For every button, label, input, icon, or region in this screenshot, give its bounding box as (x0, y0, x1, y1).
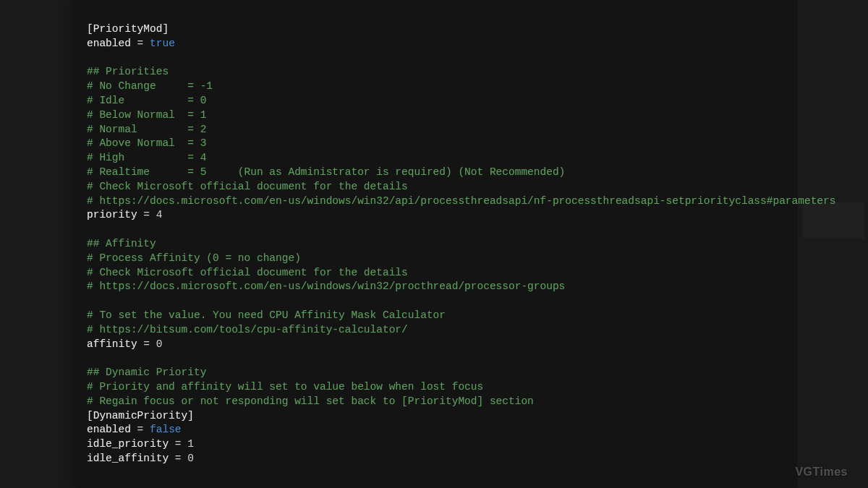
app-frame: [PriorityMod]enabled = true ## Prioritie… (0, 0, 868, 488)
code-line: idle_priority = 1 (87, 437, 788, 452)
code-line: # Regain focus or not responding will se… (87, 395, 788, 409)
comment-text: # Priority and affinity will set to valu… (87, 381, 483, 393)
minimap-region (803, 202, 864, 239)
code-line: [DynamicPriority] (87, 409, 788, 424)
comment-text: # Regain focus or not responding will se… (87, 395, 534, 407)
comment-text: # Process Affinity (0 = no change) (87, 252, 301, 264)
config-value: 4 (156, 209, 163, 221)
config-value: 0 (187, 453, 194, 464)
equals-sign: = (169, 438, 187, 450)
config-key: idle_affinity (87, 453, 169, 464)
code-line: # Check Microsoft official document for … (87, 180, 788, 194)
comment-text: ## Priorities (87, 66, 169, 77)
code-line (87, 223, 788, 237)
code-line: # Realtime = 5 (Run as Administrator is … (87, 166, 788, 180)
code-line: # Below Normal = 1 (87, 108, 788, 123)
code-viewport: [PriorityMod]enabled = true ## Prioritie… (87, 22, 788, 466)
code-line: [PriorityMod] (87, 22, 788, 37)
code-line: # https://bitsum.com/tools/cpu-affinity-… (87, 323, 788, 338)
code-line: # https://docs.microsoft.com/en-us/windo… (87, 194, 788, 209)
code-line: # High = 4 (87, 151, 788, 166)
right-gutter (798, 0, 868, 488)
config-value: 1 (187, 438, 194, 450)
config-key: enabled (87, 424, 131, 435)
code-line: # Idle = 0 (87, 94, 788, 108)
comment-text: # High = 4 (87, 152, 206, 163)
code-line: # Priority and affinity will set to valu… (87, 380, 788, 395)
comment-text: ## Affinity (87, 238, 156, 249)
code-line: # To set the value. You need CPU Affinit… (87, 309, 788, 323)
config-key: enabled (87, 38, 131, 49)
code-line: ## Dynamic Priority (87, 366, 788, 380)
equals-sign: = (137, 209, 156, 221)
comment-text: # https://docs.microsoft.com/en-us/windo… (87, 281, 565, 292)
comment-text: # No Change = -1 (87, 80, 213, 92)
config-value: false (150, 424, 182, 435)
watermark-text: VGTimes (795, 465, 848, 479)
equals-sign: = (131, 38, 150, 49)
config-value: true (150, 38, 175, 49)
section-header: [DynamicPriority] (87, 410, 194, 421)
comment-text: ## Dynamic Priority (87, 367, 206, 378)
code-line (87, 351, 788, 366)
comment-text: # Check Microsoft official document for … (87, 267, 408, 278)
equals-sign: = (137, 338, 156, 350)
comment-text: # Check Microsoft official document for … (87, 181, 408, 192)
code-line (87, 294, 788, 309)
code-line: enabled = true (87, 37, 788, 51)
comment-text: # Idle = 0 (87, 95, 206, 106)
comment-text: # https://bitsum.com/tools/cpu-affinity-… (87, 324, 408, 335)
config-value: 0 (156, 338, 163, 350)
code-line (87, 51, 788, 66)
code-line: ## Priorities (87, 65, 788, 80)
comment-text: # Above Normal = 3 (87, 137, 206, 149)
comment-text: # Normal = 2 (87, 124, 206, 135)
code-line: # Normal = 2 (87, 123, 788, 137)
config-key: affinity (87, 338, 137, 350)
code-line: # No Change = -1 (87, 80, 788, 94)
comment-text: # Realtime = 5 (Run as Administrator is … (87, 166, 565, 178)
config-key: idle_priority (87, 438, 169, 450)
comment-text: # https://docs.microsoft.com/en-us/windo… (87, 195, 835, 207)
config-key: priority (87, 209, 137, 221)
code-line: # Above Normal = 3 (87, 137, 788, 151)
code-line: enabled = false (87, 423, 788, 437)
comment-text: # To set the value. You need CPU Affinit… (87, 309, 446, 321)
equals-sign: = (169, 453, 187, 464)
comment-text: # Below Normal = 1 (87, 109, 206, 121)
code-line: affinity = 0 (87, 338, 788, 352)
code-line: idle_affinity = 0 (87, 452, 788, 466)
code-line: priority = 4 (87, 208, 788, 223)
code-line: # https://docs.microsoft.com/en-us/windo… (87, 280, 788, 294)
code-line: # Check Microsoft official document for … (87, 266, 788, 281)
code-line: ## Affinity (87, 237, 788, 252)
equals-sign: = (131, 424, 150, 435)
section-header: [PriorityMod] (87, 23, 169, 35)
code-line: # Process Affinity (0 = no change) (87, 252, 788, 266)
